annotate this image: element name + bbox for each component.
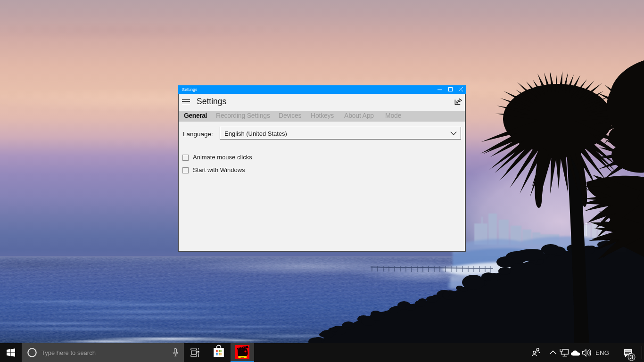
svg-text:3: 3 — [630, 354, 633, 361]
